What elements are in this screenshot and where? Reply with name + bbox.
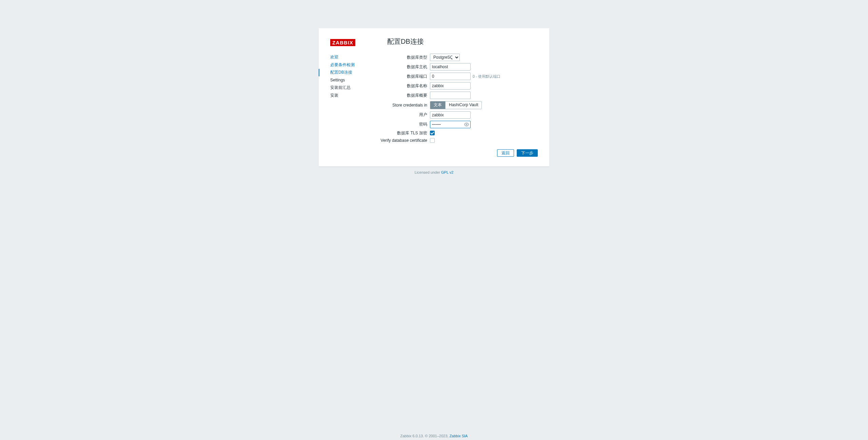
- db-type-label: 数据库类型: [376, 55, 430, 60]
- password-label: 密码: [376, 121, 430, 127]
- back-button[interactable]: 返回: [497, 149, 514, 157]
- tls-label: 数据库 TLS 加密: [376, 130, 430, 136]
- sidebar-item-summary: 安装前汇总: [319, 84, 376, 92]
- db-host-label: 数据库主机: [376, 64, 430, 70]
- next-button[interactable]: 下一步: [517, 149, 538, 157]
- zabbix-logo: ZABBIX: [330, 39, 355, 46]
- store-cred-toggle: 文本 HashiCorp Vault: [430, 101, 482, 109]
- eye-icon[interactable]: [464, 122, 469, 127]
- db-type-select[interactable]: PostgreSQL: [430, 54, 460, 61]
- svg-point-0: [466, 124, 467, 125]
- store-cred-label: Store credentials in: [376, 103, 430, 108]
- db-schema-input[interactable]: [430, 92, 471, 99]
- sidebar-item-welcome: 欢迎: [319, 54, 376, 61]
- db-schema-label: 数据库概要: [376, 93, 430, 98]
- sidebar-item-install: 安装: [319, 92, 376, 99]
- db-port-input[interactable]: [430, 73, 471, 80]
- page-title: 配置DB连接: [387, 37, 424, 46]
- user-label: 用户: [376, 112, 430, 118]
- verify-cert-checkbox[interactable]: [430, 138, 435, 143]
- store-cred-text-btn[interactable]: 文本: [430, 101, 445, 109]
- page-footer: Zabbix 6.0.13. © 2001–2023, Zabbix SIA: [0, 434, 868, 438]
- sidebar-item-db: 配置DB连接: [319, 69, 376, 76]
- db-port-label: 数据库端口: [376, 74, 430, 79]
- db-host-input[interactable]: [430, 63, 471, 71]
- setup-container: ZABBIX 配置DB连接 欢迎 必要条件检测 配置DB连接 Settings …: [319, 28, 549, 166]
- db-name-input[interactable]: [430, 82, 471, 90]
- verify-cert-label: Verify database certificate: [376, 138, 430, 143]
- db-port-hint: 0 - 使用默认端口: [473, 74, 500, 79]
- setup-sidebar: 欢迎 必要条件检测 配置DB连接 Settings 安装前汇总 安装: [319, 54, 376, 143]
- sidebar-item-prereq: 必要条件检测: [319, 61, 376, 69]
- user-input[interactable]: [430, 111, 471, 119]
- footer-link[interactable]: Zabbix SIA: [450, 434, 468, 438]
- license-link[interactable]: GPL v2: [441, 170, 453, 174]
- sidebar-item-settings: Settings: [319, 77, 376, 84]
- form-area[interactable]: 数据库类型 PostgreSQL 数据库主机 数据库端口: [376, 54, 538, 143]
- tls-checkbox[interactable]: [430, 131, 435, 135]
- license-text: Licensed under GPL v2: [415, 170, 454, 174]
- store-cred-vault-btn[interactable]: HashiCorp Vault: [445, 101, 481, 109]
- db-name-label: 数据库名称: [376, 83, 430, 89]
